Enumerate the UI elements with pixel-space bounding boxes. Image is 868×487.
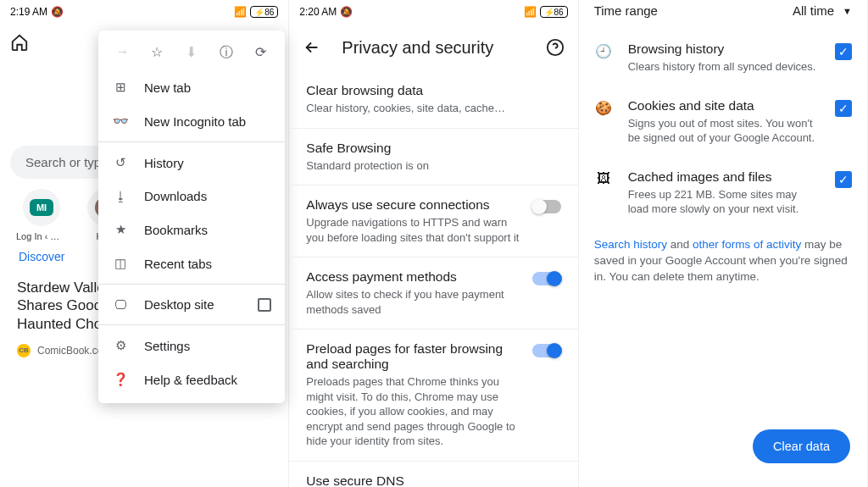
clear-data-button[interactable]: Clear data xyxy=(753,429,850,463)
menu-settings[interactable]: ⚙Settings xyxy=(98,329,285,362)
reload-icon[interactable]: ⟳ xyxy=(251,44,271,62)
monitor-icon: 🖵 xyxy=(112,297,129,312)
menu-history[interactable]: ↺History xyxy=(98,146,285,180)
menu-new-tab[interactable]: ⊞New tab xyxy=(98,70,285,104)
desktop-site-checkbox[interactable] xyxy=(258,298,271,312)
setting-secure-dns[interactable]: Use secure DNS Automatic xyxy=(289,462,577,487)
screen-privacy-security: 2:20 AM🔕 📶⚡86 Privacy and security Clear… xyxy=(289,0,578,487)
history-checkbox[interactable]: ✓ xyxy=(835,43,852,60)
tabs-icon: ◫ xyxy=(112,256,129,271)
star-filled-icon: ★ xyxy=(112,222,129,237)
incognito-icon: 👓 xyxy=(112,113,129,129)
secure-connections-toggle[interactable] xyxy=(532,200,561,213)
other-activity-link[interactable]: other forms of activity xyxy=(693,238,801,251)
time-range-label: Time range xyxy=(594,3,658,18)
signal-icon: 📶 xyxy=(524,6,537,18)
overflow-menu: → ☆ ⬇ ⓘ ⟳ ⊞New tab 👓New Incognito tab ↺H… xyxy=(98,30,285,403)
chevron-down-icon: ▼ xyxy=(843,6,852,16)
setting-preload-pages[interactable]: Preload pages for faster browsing and se… xyxy=(289,329,577,462)
menu-help[interactable]: ❓Help & feedback xyxy=(98,362,285,396)
status-bar: 2:19 AM🔕 📶⚡86 xyxy=(0,0,288,24)
page-title: Privacy and security xyxy=(342,38,525,58)
setting-secure-connections[interactable]: Always use secure connections Upgrade na… xyxy=(289,185,577,257)
cache-checkbox[interactable]: ✓ xyxy=(835,171,852,188)
menu-incognito[interactable]: 👓New Incognito tab xyxy=(98,104,285,138)
time-range-row[interactable]: Time range All time▼ xyxy=(594,0,852,30)
search-history-link[interactable]: Search history xyxy=(594,238,667,251)
cbd-cookies[interactable]: 🍪 Cookies and site data Signs you out of… xyxy=(594,86,852,158)
cbd-cache[interactable]: 🖼 Cached images and files Frees up 221 M… xyxy=(594,158,852,229)
battery-icon: ⚡86 xyxy=(540,6,568,18)
setting-safe-browsing[interactable]: Safe Browsing Standard protection is on xyxy=(289,129,577,186)
back-icon[interactable] xyxy=(303,38,321,57)
battery-icon: ⚡86 xyxy=(250,6,278,18)
info-icon[interactable]: ⓘ xyxy=(216,44,236,62)
screen-chrome-menu: 2:19 AM🔕 📶⚡86 Search or type MILog In ‹ … xyxy=(0,0,289,487)
home-icon[interactable] xyxy=(10,33,29,52)
cbd-browsing-history[interactable]: 🕘 Browsing history Clears history from a… xyxy=(594,30,852,86)
clock-icon: 🕘 xyxy=(594,43,613,59)
preload-toggle[interactable] xyxy=(532,344,561,357)
signal-icon: 📶 xyxy=(234,6,247,18)
source-badge: CB xyxy=(17,344,31,357)
help-icon[interactable] xyxy=(546,38,565,57)
menu-bookmarks[interactable]: ★Bookmarks xyxy=(98,213,285,246)
download-icon: ⬇ xyxy=(181,44,202,62)
status-bar: 2:20 AM🔕 📶⚡86 xyxy=(289,0,577,24)
tile-login[interactable]: MILog In ‹ Mo… xyxy=(19,189,64,241)
status-time: 2:20 AM xyxy=(299,6,337,18)
screen-clear-browsing-data: Time range All time▼ 🕘 Browsing history … xyxy=(579,0,868,487)
download-arrow-icon: ⭳ xyxy=(112,189,129,203)
image-icon: 🖼 xyxy=(594,171,613,186)
help-icon: ❓ xyxy=(112,372,129,387)
setting-clear-browsing-data[interactable]: Clear browsing data Clear history, cooki… xyxy=(289,71,577,129)
status-time: 2:19 AM xyxy=(10,6,47,18)
info-text: Search history and other forms of activi… xyxy=(594,229,852,294)
menu-downloads[interactable]: ⭳Downloads xyxy=(98,180,285,213)
dnd-icon: 🔕 xyxy=(340,6,353,18)
menu-recent-tabs[interactable]: ◫Recent tabs xyxy=(98,246,285,280)
settings-header: Privacy and security xyxy=(289,24,577,71)
cookie-icon: 🍪 xyxy=(594,100,613,116)
time-range-value: All time xyxy=(793,3,834,18)
plus-square-icon: ⊞ xyxy=(112,80,129,95)
setting-payment-methods[interactable]: Access payment methods Allow sites to ch… xyxy=(289,257,577,329)
menu-desktop-site[interactable]: 🖵Desktop site xyxy=(98,288,285,321)
forward-icon: → xyxy=(112,44,132,62)
star-icon[interactable]: ☆ xyxy=(147,44,167,62)
cookies-checkbox[interactable]: ✓ xyxy=(835,100,852,117)
history-icon: ↺ xyxy=(112,155,129,170)
payment-methods-toggle[interactable] xyxy=(532,272,561,285)
gear-icon: ⚙ xyxy=(112,338,129,353)
dnd-icon: 🔕 xyxy=(51,6,64,18)
